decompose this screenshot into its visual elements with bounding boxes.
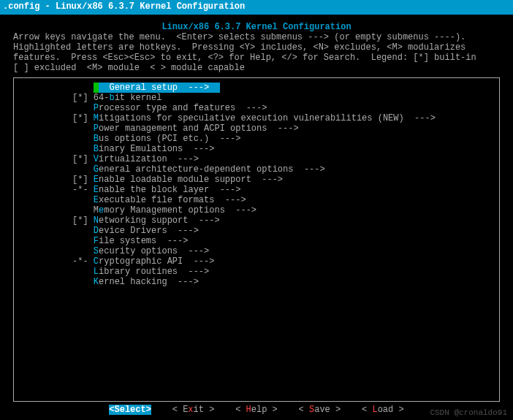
menu-item-label: Virtualization ---> <box>94 154 199 164</box>
menu-item-label: Executable file formats ---> <box>94 195 246 205</box>
menu-item[interactable]: General architecture-dependent options -… <box>20 164 493 175</box>
menu-item-label: General setup ---> <box>94 83 220 93</box>
menu-item-mark <box>20 164 94 175</box>
menu-item-mark <box>20 144 94 154</box>
menu-item-label: Binary Emulations ---> <box>94 144 215 154</box>
menu-item-label: Cryptographic API ---> <box>94 256 215 267</box>
menu-item-label: Device Drivers ---> <box>94 226 199 236</box>
menu-item-label: File systems ---> <box>94 236 189 246</box>
menu-item-mark <box>20 134 94 144</box>
window-titlebar: .config - Linux/x86 6.3.7 Kernel Configu… <box>0 0 513 15</box>
menu-item-mark: [*] <box>20 113 94 123</box>
menu-item[interactable]: -*- Cryptographic API ---> <box>20 256 493 267</box>
menu-item-label: Kernel hacking ---> <box>94 277 199 287</box>
menu-item-mark <box>20 277 94 287</box>
menu-item-mark: [*] <box>20 175 94 185</box>
menu-item-label: Enable the block layer ---> <box>94 185 241 195</box>
menu-item-label: 64-bit kernel <box>94 93 162 103</box>
menu-item-mark: -*- <box>20 185 94 195</box>
page-title: Linux/x86 6.3.7 Kernel Configuration <box>13 22 500 32</box>
menu-item-mark: -*- <box>20 256 94 267</box>
menu-item-mark <box>20 267 94 277</box>
title-text: .config - Linux/x86 6.3.7 Kernel Configu… <box>3 1 245 12</box>
cursor-icon <box>94 83 99 93</box>
help-button[interactable]: < Help > <box>235 405 278 415</box>
menu-item[interactable]: [*] Virtualization ---> <box>20 154 493 164</box>
menu-item[interactable]: Power management and ACPI options ---> <box>20 123 493 134</box>
menu-item-mark <box>20 236 94 246</box>
menu-item-label: Networking support ---> <box>94 215 220 226</box>
menu-item-mark <box>20 195 94 205</box>
menu-item-mark <box>20 205 94 215</box>
menu-item[interactable]: [*] Mitigations for speculative executio… <box>20 113 493 123</box>
menu-item[interactable]: -*- Enable the block layer ---> <box>20 185 493 195</box>
watermark: CSDN @cronaldo91 <box>430 408 507 417</box>
menu-item[interactable]: Processor type and features ---> <box>20 103 493 113</box>
menu-item-mark <box>20 103 94 113</box>
menu-item[interactable]: Bus options (PCI etc.) ---> <box>20 134 493 144</box>
menu-item-label: Security options ---> <box>94 246 209 256</box>
exit-button[interactable]: < Exit > <box>172 405 215 415</box>
menu-item-label: Power management and ACPI options ---> <box>94 123 299 134</box>
select-button[interactable]: <Select> <box>109 405 151 415</box>
menu-item-mark <box>20 83 94 93</box>
menu-item-label: Memory Management options ---> <box>94 205 256 215</box>
help-text: Arrow keys navigate the menu. <Enter> se… <box>13 32 500 73</box>
menu-item[interactable]: [*] Networking support ---> <box>20 215 493 226</box>
menu-list: General setup ---> [*] 64-bit kernel Pro… <box>20 83 493 287</box>
menu-item[interactable]: [*] 64-bit kernel <box>20 93 493 103</box>
menu-item-mark <box>20 246 94 256</box>
menu-item-label: General architecture-dependent options -… <box>94 164 325 175</box>
menu-item[interactable]: Security options ---> <box>20 246 493 256</box>
menu-item[interactable]: File systems ---> <box>20 236 493 246</box>
menu-item[interactable]: Memory Management options ---> <box>20 205 493 215</box>
menu-item-mark: [*] <box>20 93 94 103</box>
menu-item-mark: [*] <box>20 215 94 226</box>
menu-item-mark <box>20 226 94 236</box>
menu-item-label: Enable loadable module support ---> <box>94 175 283 185</box>
menu-item[interactable]: Device Drivers ---> <box>20 226 493 236</box>
menu-item-mark <box>20 123 94 134</box>
button-bar: <Select> < Exit > < Help > < Save > < Lo… <box>13 405 500 415</box>
save-button[interactable]: < Save > <box>299 405 341 415</box>
menu-item[interactable]: Executable file formats ---> <box>20 195 493 205</box>
menu-item[interactable]: [*] Enable loadable module support ---> <box>20 175 493 185</box>
menu-item-label: Bus options (PCI etc.) ---> <box>94 134 241 144</box>
load-button[interactable]: < Load > <box>362 405 404 415</box>
menu-item[interactable]: Binary Emulations ---> <box>20 144 493 154</box>
menu-item-label: Mitigations for speculative execution vu… <box>94 113 436 123</box>
menu-box: General setup ---> [*] 64-bit kernel Pro… <box>13 77 500 402</box>
menu-item-mark: [*] <box>20 154 94 164</box>
menu-item-label: Processor type and features ---> <box>94 103 267 113</box>
menu-item[interactable]: Library routines ---> <box>20 267 493 277</box>
menu-item[interactable]: Kernel hacking ---> <box>20 277 493 287</box>
menu-item[interactable]: General setup ---> <box>20 83 493 93</box>
menu-item-label: Library routines ---> <box>94 267 209 277</box>
